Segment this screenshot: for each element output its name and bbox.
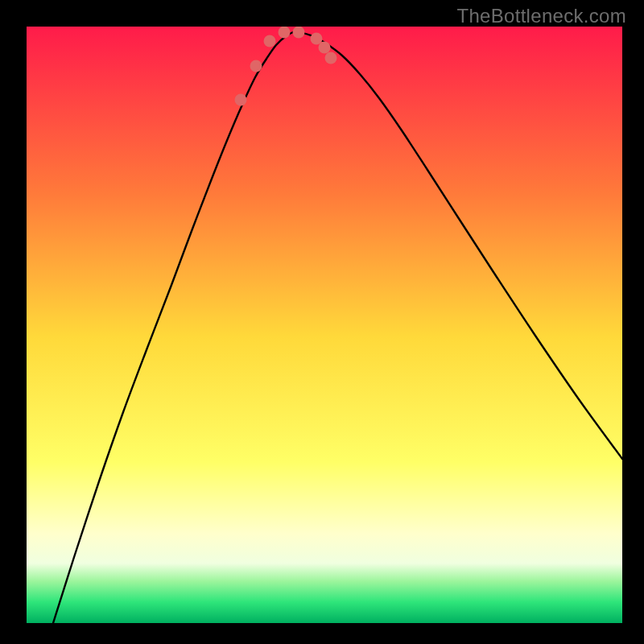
curve-marker	[319, 42, 331, 54]
chart-frame: TheBottleneck.com	[0, 0, 644, 644]
curve-marker	[264, 35, 276, 47]
curve-marker	[279, 27, 291, 39]
curve-marker	[235, 94, 247, 106]
curve-marker	[293, 27, 305, 39]
plot-background	[27, 27, 622, 623]
bottleneck-plot	[27, 27, 622, 623]
watermark-text: TheBottleneck.com	[456, 5, 626, 27]
curve-marker	[250, 60, 262, 72]
curve-marker	[325, 52, 337, 64]
